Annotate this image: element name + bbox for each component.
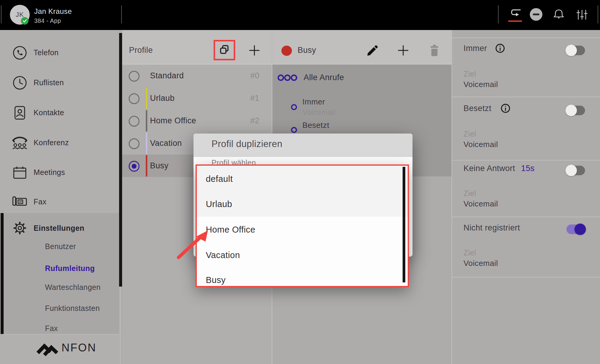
- dropdown-option-default[interactable]: default: [206, 174, 233, 184]
- top-bar: JK Jan Krause 384 - App: [0, 0, 600, 30]
- add-rule-icon[interactable]: [397, 44, 409, 56]
- dropdown-option-urlaub[interactable]: Urlaub: [206, 199, 232, 209]
- rule-title[interactable]: Besetzt: [302, 121, 329, 130]
- profile-number: #1: [234, 94, 260, 103]
- toggle-keine-antwort[interactable]: [566, 166, 585, 175]
- do-not-disturb-icon[interactable]: [530, 8, 542, 21]
- dropdown-option-home-office[interactable]: Home Office: [206, 225, 255, 235]
- user-name: Jan Krause: [34, 7, 72, 16]
- calendar-icon: [12, 165, 28, 181]
- profile-radio-standard[interactable]: [129, 71, 140, 82]
- profile-color-bar: [146, 88, 147, 109]
- contact-card-icon: [12, 105, 28, 121]
- target-value: Voicemail: [464, 259, 498, 268]
- profile-name[interactable]: Urlaub: [150, 94, 175, 103]
- profile-number: #0: [234, 71, 260, 80]
- profile-name[interactable]: Vacation: [150, 139, 182, 148]
- divider: [452, 277, 600, 278]
- target-label: Ziel: [464, 130, 476, 138]
- dialog-title: Profil duplizieren: [212, 139, 282, 149]
- divider: [3, 334, 119, 335]
- profile-radio-urlaub[interactable]: [129, 93, 140, 104]
- rule-bullet-icon: [290, 104, 298, 111]
- annotation-highlight-box: [214, 40, 235, 60]
- profile-color-bar: [146, 155, 147, 176]
- sidebar-item-telefon[interactable]: Telefon: [34, 48, 58, 57]
- user-extension: 384 - App: [34, 17, 61, 24]
- nfon-logo-text: NFON: [62, 341, 97, 354]
- profile-status-dot: [281, 46, 292, 56]
- target-value: Voicemail: [464, 80, 498, 89]
- divider: [452, 97, 600, 97]
- sidebar-item-einstellungen[interactable]: Einstellungen: [34, 224, 84, 233]
- check-icon: [22, 18, 27, 23]
- target-label: Ziel: [464, 70, 476, 78]
- active-profile-name: Busy: [298, 46, 316, 55]
- dropdown-option-vacation[interactable]: Vacation: [206, 250, 240, 260]
- phone-icon: [12, 45, 28, 61]
- profile-radio-busy[interactable]: [129, 161, 140, 172]
- toggle-immer[interactable]: [566, 46, 585, 55]
- profile-select-dropdown: default Urlaub Home Office Vacation Busy: [196, 164, 409, 287]
- target-value: Voicemail: [464, 199, 498, 209]
- forwarding-label-nicht-registriert: Nicht registriert: [464, 223, 520, 233]
- fax-icon: [12, 194, 28, 209]
- target-value: Voicemail: [464, 140, 498, 149]
- bell-icon[interactable]: [552, 8, 566, 21]
- sidebar-edge-bar: [119, 33, 122, 287]
- add-profile-icon[interactable]: [248, 44, 260, 56]
- profile-name[interactable]: Busy: [150, 161, 169, 170]
- sliders-icon[interactable]: [575, 8, 589, 21]
- target-label: Ziel: [464, 248, 476, 257]
- toggle-nicht-registriert[interactable]: [566, 224, 585, 234]
- rule-bullet-icon: [290, 126, 298, 134]
- edit-icon[interactable]: [366, 44, 379, 57]
- divider: [598, 5, 598, 23]
- sidebar-item-konferenz[interactable]: Konferenz: [34, 138, 69, 147]
- info-icon[interactable]: [495, 43, 505, 53]
- conference-icon: [11, 136, 29, 151]
- profile-color-bar: [146, 133, 147, 154]
- divider: [1, 5, 2, 23]
- sidebar-item-benutzer[interactable]: Benutzer: [45, 242, 76, 251]
- dropdown-scrollbar[interactable]: [403, 167, 405, 282]
- divider: [452, 160, 600, 161]
- profile-color-bar: [146, 110, 147, 131]
- rule-title[interactable]: Immer: [302, 97, 325, 107]
- profile-radio-home-office[interactable]: [129, 116, 140, 127]
- divider: [452, 38, 600, 38]
- duplicate-profile-icon[interactable]: [219, 44, 230, 56]
- toggle-besetzt[interactable]: [566, 106, 585, 115]
- info-icon[interactable]: [500, 103, 511, 113]
- forwarding-label-immer: Immer: [464, 44, 487, 53]
- call-forward-icon[interactable]: [508, 7, 522, 20]
- sidebar-item-fax[interactable]: Fax: [34, 197, 46, 206]
- profile-number: #2: [234, 116, 260, 125]
- sidebar-item-warteschlangen[interactable]: Warteschlangen: [45, 283, 100, 292]
- rule-group-title[interactable]: Alle Anrufe: [304, 73, 344, 82]
- forwarding-label-besetzt: Besetzt: [464, 104, 491, 113]
- timeout-value[interactable]: 15s: [521, 164, 535, 173]
- divider: [121, 5, 122, 23]
- sidebar-item-meetings[interactable]: Meetings: [34, 168, 65, 177]
- rule-target: Voicemail: [302, 108, 336, 117]
- delete-icon[interactable]: [429, 44, 440, 56]
- nfon-logo-icon: [37, 338, 59, 356]
- divider: [498, 5, 499, 23]
- dropdown-option-busy[interactable]: Busy: [206, 275, 226, 285]
- all-calls-icon: [277, 74, 298, 82]
- clock-icon: [12, 75, 28, 91]
- status-available-badge: [21, 17, 28, 25]
- sidebar-item-fax-settings[interactable]: Fax: [45, 324, 58, 333]
- sidebar-item-funktionstasten[interactable]: Funktionstasten: [45, 304, 100, 313]
- sidebar-item-ruflisten[interactable]: Ruflisten: [34, 78, 64, 87]
- profile-radio-vacation[interactable]: [129, 138, 140, 149]
- active-section-bar: [1, 213, 4, 334]
- sidebar-item-kontakte[interactable]: Kontakte: [34, 108, 64, 117]
- target-label: Ziel: [464, 189, 476, 198]
- profile-name[interactable]: Home Office: [150, 116, 196, 125]
- sidebar-item-rufumleitung[interactable]: Rufumleitung: [45, 264, 95, 273]
- gear-icon: [12, 220, 28, 236]
- divider: [452, 217, 600, 217]
- profile-name[interactable]: Standard: [150, 71, 184, 80]
